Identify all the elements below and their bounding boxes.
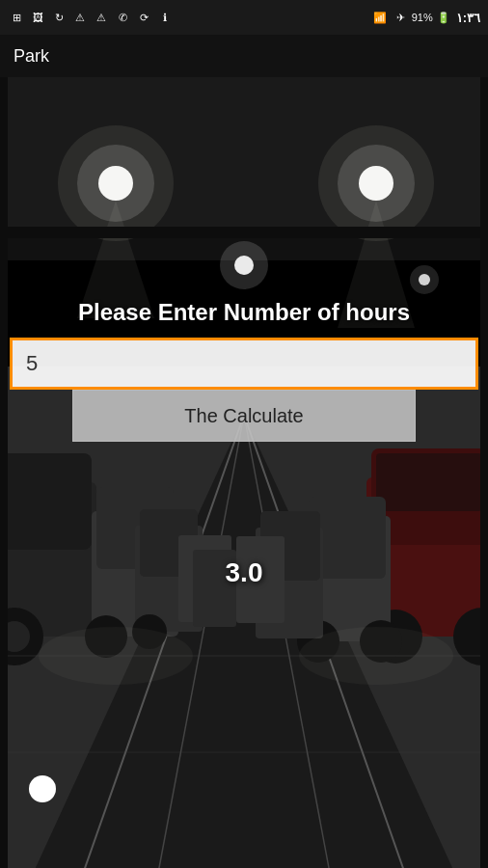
- result-display: 3.0: [226, 557, 263, 588]
- whatsapp-icon: ✆: [114, 9, 131, 26]
- status-icons-left: ⊞ 🖼 ↻ ⚠ ⚠ ✆ ⟳ ℹ: [8, 9, 174, 26]
- refresh-icon: ⟳: [135, 9, 152, 26]
- status-icons-right: ١:٣٦ 🔋 91% ✈ 📶: [371, 9, 480, 26]
- app-title: Park: [14, 46, 49, 67]
- battery-icon: 🔋: [435, 9, 452, 26]
- warning2-icon: ⚠: [93, 9, 110, 26]
- airplane-icon: ✈: [393, 9, 410, 26]
- prompt-label: Please Enter Number of hours: [10, 299, 478, 326]
- wifi-icon: 📶: [371, 9, 389, 26]
- main-content: Please Enter Number of hours The Calcula…: [0, 77, 488, 868]
- warning-icon: ⚠: [71, 9, 89, 26]
- image-icon: 🖼: [29, 9, 46, 26]
- status-bar: ⊞ 🖼 ↻ ⚠ ⚠ ✆ ⟳ ℹ ١:٣٦ 🔋 91% ✈ 📶: [0, 0, 488, 35]
- sync-icon: ↻: [50, 9, 68, 26]
- bottom-indicator-dot: [29, 775, 56, 802]
- hours-input[interactable]: [10, 338, 478, 390]
- status-time: ١:٣٦: [456, 11, 480, 25]
- battery-percent: 91%: [414, 9, 431, 26]
- calculate-button[interactable]: The Calculate: [72, 390, 416, 442]
- title-bar: Park: [0, 35, 488, 77]
- add-photo-icon: ⊞: [8, 9, 25, 26]
- info-icon: ℹ: [156, 9, 174, 26]
